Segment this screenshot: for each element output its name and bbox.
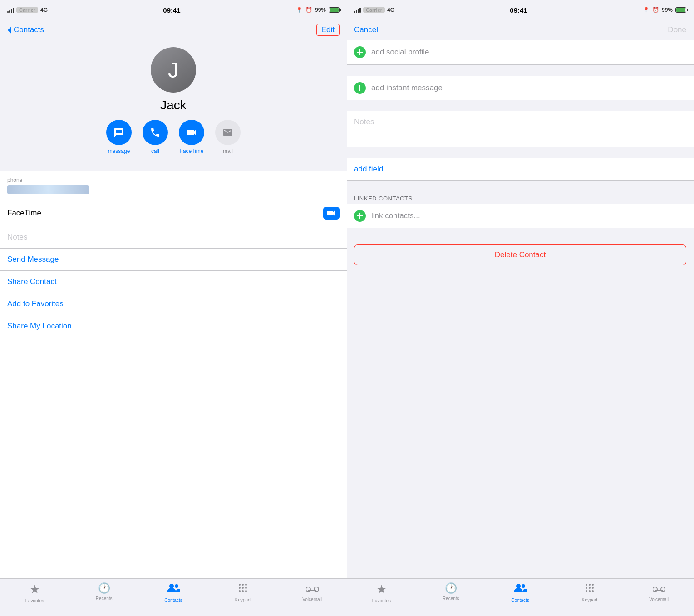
cancel-button[interactable]: Cancel: [354, 25, 378, 34]
location-icon-right: 📍: [643, 7, 650, 13]
add-social-item[interactable]: add social profile: [347, 40, 694, 65]
action-row: message call FaceTime mail: [106, 120, 241, 154]
contacts-icon-right: [514, 582, 527, 596]
share-contact-row[interactable]: Share Contact: [0, 271, 347, 293]
call-action[interactable]: call: [143, 120, 168, 154]
social-section: add social profile: [347, 40, 694, 65]
keypad-icon-right: [584, 582, 595, 596]
svg-point-22: [586, 590, 587, 592]
section-gap-5: [347, 234, 694, 239]
svg-point-15: [522, 584, 525, 588]
svg-point-2: [239, 584, 241, 586]
status-bar-right: Carrier 4G 09:41 📍 ⏰ 99%: [347, 0, 694, 20]
message-icon: [106, 120, 132, 145]
tab-bar-left: ★ Favorites 🕐 Recents Contacts: [0, 578, 347, 616]
tab-contacts-left[interactable]: Contacts: [139, 582, 208, 603]
back-button[interactable]: Contacts: [7, 25, 44, 34]
nav-bar-right: Cancel Done: [347, 20, 694, 40]
back-label: Contacts: [14, 25, 44, 34]
section-gap-4: [347, 186, 694, 191]
svg-point-7: [245, 587, 247, 589]
svg-point-3: [242, 584, 244, 586]
contacts-icon-left: [167, 582, 180, 596]
svg-point-0: [169, 584, 174, 588]
svg-point-14: [516, 584, 521, 588]
left-screen: Carrier 4G 09:41 📍 ⏰ 99% Contacts Edit J…: [0, 0, 347, 616]
svg-point-1: [175, 584, 178, 588]
linked-contacts-content: link contacts...: [347, 204, 694, 228]
tab-favorites-left[interactable]: ★ Favorites: [0, 582, 69, 603]
mail-action[interactable]: mail: [215, 120, 241, 154]
recents-icon-left: 🕐: [98, 582, 110, 594]
linked-contacts-header: LINKED CONTACTS: [347, 191, 694, 204]
notes-edit-placeholder: Notes: [354, 117, 374, 126]
add-favorites-row[interactable]: Add to Favorites: [0, 293, 347, 315]
edit-button[interactable]: Edit: [316, 24, 340, 36]
svg-point-21: [592, 587, 594, 589]
favorites-label-left: Favorites: [25, 598, 44, 603]
call-icon: [143, 120, 168, 145]
battery-icon-left: [329, 7, 340, 13]
tab-keypad-right[interactable]: Keypad: [555, 582, 624, 602]
contacts-label-left: Contacts: [164, 598, 182, 603]
signal-bars-right: [354, 7, 361, 13]
keypad-label-right: Keypad: [582, 597, 597, 602]
add-field-item[interactable]: add field: [347, 158, 694, 181]
tab-bar-right: ★ Favorites 🕐 Recents Contacts: [347, 578, 694, 616]
location-icon-left: 📍: [296, 7, 303, 13]
favorites-icon-left: ★: [30, 582, 40, 596]
add-field-label: add field: [354, 165, 383, 173]
facetime-row-label: FaceTime: [7, 209, 41, 218]
svg-point-16: [586, 584, 587, 586]
tab-keypad-left[interactable]: Keypad: [208, 582, 277, 602]
svg-point-23: [589, 590, 591, 592]
contacts-label-right: Contacts: [511, 598, 529, 603]
svg-point-24: [592, 590, 594, 592]
add-instant-item[interactable]: add instant message: [347, 76, 694, 100]
recents-icon-right: 🕐: [445, 582, 457, 594]
done-button[interactable]: Done: [668, 25, 686, 34]
voicemail-icon-right: [653, 582, 665, 595]
notes-edit-field[interactable]: Notes: [347, 111, 694, 147]
delete-contact-label: Delete Contact: [495, 250, 546, 259]
mail-icon: [215, 120, 241, 145]
tab-favorites-right[interactable]: ★ Favorites: [347, 582, 416, 603]
svg-point-17: [589, 584, 591, 586]
svg-point-18: [592, 584, 594, 586]
keypad-label-left: Keypad: [235, 597, 251, 602]
message-action[interactable]: message: [106, 120, 132, 154]
contact-detail-list: phone FaceTime Notes Send Message Share …: [0, 171, 347, 578]
instant-section: add instant message: [347, 76, 694, 100]
delete-contact-button[interactable]: Delete Contact: [354, 244, 686, 265]
contact-name: Jack: [160, 98, 187, 112]
add-instant-plus[interactable]: [354, 82, 366, 94]
add-social-label: add social profile: [371, 48, 429, 57]
add-social-plus[interactable]: [354, 46, 366, 58]
signal-right: Carrier 4G: [354, 7, 394, 13]
link-contacts-plus[interactable]: [354, 210, 366, 222]
bottom-pad: [347, 271, 694, 280]
message-label: message: [108, 148, 130, 154]
send-message-row[interactable]: Send Message: [0, 249, 347, 271]
phone-item: phone: [7, 171, 340, 200]
add-instant-label: add instant message: [371, 83, 443, 93]
alarm-icon-left: ⏰: [305, 7, 312, 13]
svg-point-8: [239, 590, 241, 592]
tab-contacts-right[interactable]: Contacts: [486, 582, 555, 603]
tab-voicemail-left[interactable]: Voicemail: [277, 582, 347, 602]
facetime-row[interactable]: FaceTime: [0, 200, 347, 226]
svg-rect-13: [308, 590, 316, 591]
tab-recents-right[interactable]: 🕐 Recents: [416, 582, 486, 601]
tab-recents-left[interactable]: 🕐 Recents: [69, 582, 139, 601]
facetime-video-icon: [323, 207, 340, 220]
time-right: 09:41: [510, 6, 527, 14]
section-gap-3: [347, 153, 694, 158]
add-field-section: add field: [347, 158, 694, 181]
phone-label: phone: [7, 177, 340, 183]
carrier-left: Carrier: [16, 7, 38, 13]
notes-row[interactable]: Notes: [0, 226, 347, 249]
facetime-action[interactable]: FaceTime: [179, 120, 204, 154]
link-contacts-item[interactable]: link contacts...: [347, 204, 694, 228]
share-location-row[interactable]: Share My Location: [0, 315, 347, 337]
tab-voicemail-right[interactable]: Voicemail: [624, 582, 694, 602]
